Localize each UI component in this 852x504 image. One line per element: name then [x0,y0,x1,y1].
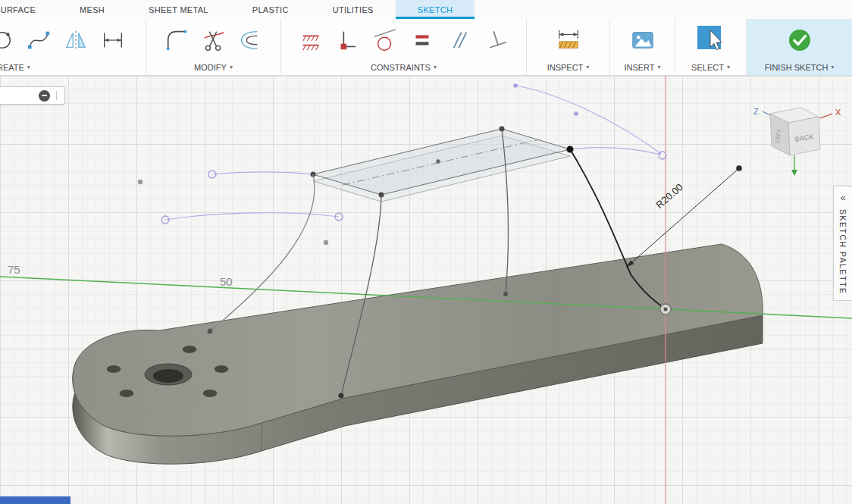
finish-sketch-dropdown[interactable]: FINISH SKETCH ▾ [747,59,852,75]
dimension-text: R20.00 [653,181,684,211]
bolt-hole[interactable] [120,390,133,397]
select-tool[interactable] [696,24,726,56]
bolt-hole[interactable] [203,390,217,397]
bolt-hole[interactable] [215,366,228,373]
tab-sketch-label: SKETCH [418,5,453,14]
tab-sheet-metal-label: SHEET METAL [149,5,208,14]
parallel-constraint-tool[interactable] [444,24,475,56]
tab-sketch[interactable]: SKETCH [396,0,475,19]
view-cube[interactable]: BACK LEFT X Z [753,107,841,176]
spline-curve [210,174,315,331]
equal-constraint-icon [410,28,434,52]
dropdown-caret-icon: ▾ [727,64,730,70]
create-group: CREATE ▾ [0,19,146,75]
tab-surface[interactable]: SURFACE [0,0,58,19]
workspace-tab-bar: SURFACE MESH SHEET METAL PLASTIC UTILITI… [0,0,852,19]
midpoint-constraint-tool[interactable] [333,24,363,56]
offset-tool[interactable] [236,24,266,56]
select-dropdown[interactable]: SELECT ▾ [675,59,746,75]
inspect-label: INSPECT [547,63,584,72]
modeling-canvas[interactable]: 75 50 25 [0,76,852,504]
tab-utilities-label: UTILITIES [333,5,374,14]
constraints-dropdown[interactable]: CONSTRAINTS ▾ [281,59,526,75]
grid-label: 75 [8,263,20,276]
tab-mesh[interactable]: MESH [58,0,127,19]
create-label: CREATE [0,63,24,72]
sketch-palette-label: SKETCH PALETTE [838,209,847,294]
fix-constraint-tool[interactable] [296,24,326,56]
perpendicular-constraint-tool[interactable] [481,24,512,56]
scene-svg: 75 50 25 [0,76,852,504]
sketch-point [339,393,344,399]
measure-tool[interactable] [553,24,584,56]
tab-surface-label: SURFACE [0,5,36,14]
finish-sketch-group: FINISH SKETCH ▾ [747,19,852,75]
tab-plastic-label: PLASTIC [252,5,289,14]
measure-icon [556,28,581,52]
insert-label: INSERT [624,63,654,72]
insert-dropdown[interactable]: INSERT ▾ [610,59,675,75]
spline-tool[interactable] [23,24,54,56]
expand-palette-icon[interactable]: « [840,193,845,202]
sketch-dot [324,240,328,245]
viewcube-x-axis [820,114,832,118]
dropdown-caret-icon: ▾ [658,64,661,70]
tab-plastic[interactable]: PLASTIC [230,0,311,19]
sketch-point [436,159,440,164]
perpendicular-constraint-icon [484,28,509,52]
sketch-point [503,292,508,296]
bolt-hole[interactable] [107,366,121,373]
modify-dropdown[interactable]: MODIFY ▾ [146,59,280,75]
collapse-minus-icon[interactable] [39,90,50,102]
sketch-dimension-tool[interactable] [98,24,128,56]
parallel-constraint-icon [447,28,471,52]
tab-utilities[interactable]: UTILITIES [311,0,396,19]
tab-mesh-label: MESH [80,5,105,14]
origin-point[interactable] [660,304,671,315]
dropdown-caret-icon: ▾ [27,64,30,70]
sketch-palette-tab[interactable]: « SKETCH PALETTE [833,186,852,301]
finish-sketch-button[interactable] [785,24,815,56]
trim-tool[interactable] [199,24,229,56]
modify-label: MODIFY [194,63,227,72]
bolt-hole[interactable] [183,346,196,353]
viewcube-x-label[interactable]: X [835,108,841,117]
tab-sheet-metal[interactable]: SHEET METAL [127,0,230,19]
mirror-tool[interactable] [61,24,91,56]
browser-mini-toolbar[interactable] [0,86,65,105]
sketch-point [208,329,213,334]
insert-group: INSERT ▾ [610,19,675,75]
inspect-group: INSPECT ▾ [527,19,610,75]
taskbar-fragment[interactable] [0,496,70,504]
circle-icon [0,28,14,52]
insert-image-tool[interactable] [628,24,658,56]
tangent-constraint-tool[interactable] [370,24,400,56]
model-body[interactable] [73,244,763,464]
scissors-icon [202,28,226,52]
tangent-constraint-icon [373,28,397,52]
viewcube-z-label[interactable]: Z [753,107,759,116]
create-dropdown[interactable]: CREATE ▾ [0,59,146,75]
construction-curve [165,213,339,220]
select-group: SELECT ▾ [675,19,747,75]
inspect-dropdown[interactable]: INSPECT ▾ [527,59,609,75]
dropdown-caret-icon: ▾ [831,64,834,70]
viewcube-y-arrow [791,170,797,176]
loft-profile[interactable] [311,127,574,202]
midpoint-constraint-icon [336,28,360,52]
modify-group: MODIFY ▾ [146,19,281,75]
grid-label: 25 [429,286,442,299]
fillet-tool[interactable] [161,24,192,56]
equal-constraint-tool[interactable] [407,24,437,56]
spline-icon [27,28,51,52]
constraints-label: CONSTRAINTS [371,63,431,72]
fix-constraint-icon [299,28,323,52]
fillet-icon [164,28,189,52]
mirror-icon [64,28,88,52]
check-circle-icon [787,27,813,53]
counterbore-hole-inner [153,369,183,383]
constraints-group: CONSTRAINTS ▾ [281,19,527,75]
cursor-icon [696,25,726,55]
mini-divider [56,91,57,100]
circle-tool[interactable] [0,24,17,56]
